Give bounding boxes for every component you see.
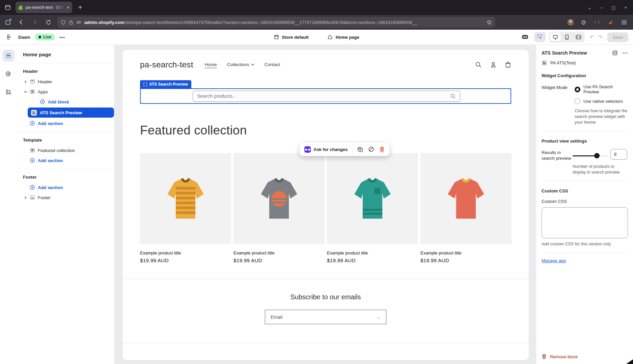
maximize-icon[interactable]: ▢ [611, 5, 615, 10]
nav-link-contact[interactable]: Contact [265, 62, 280, 68]
code-icon[interactable] [593, 18, 601, 27]
ats-widget-block[interactable]: ATS Search Preview Search products... As… [140, 80, 511, 104]
product-image [327, 153, 418, 244]
product-price: $19.99 AUD [420, 257, 512, 263]
app-name: PA ATS(Test) [550, 60, 576, 65]
theme-settings-gear-icon[interactable] [2, 68, 15, 80]
product-card[interactable]: Example product title $19.99 AUD [233, 153, 325, 263]
add-section-button-template[interactable]: Add section [17, 155, 114, 165]
sidebar-item-apps[interactable]: Apps [17, 87, 114, 97]
section-select-tool[interactable] [534, 32, 546, 42]
duplicate-icon[interactable] [357, 147, 363, 152]
sidebar-extension-icon[interactable] [3, 18, 12, 27]
radio-use-pa-search-preview[interactable]: Use PA Search Preview [575, 84, 628, 94]
nav-link-home[interactable]: Home [205, 62, 217, 68]
radio-unselected-icon[interactable] [575, 98, 580, 104]
manage-app-link[interactable]: Manage app [542, 258, 566, 263]
product-title[interactable]: Example product title [233, 244, 325, 257]
new-tab-button[interactable]: + [78, 4, 82, 11]
forward-icon[interactable] [30, 18, 39, 27]
featured-collection-title: Featured collection [140, 123, 511, 138]
redo-icon[interactable]: ↷ [598, 34, 602, 41]
results-label: Results in search preview [542, 149, 573, 161]
custom-css-textarea[interactable] [542, 207, 628, 238]
exit-editor-icon[interactable] [5, 33, 13, 41]
search-products-input[interactable]: Search products... [193, 91, 460, 102]
email-input[interactable]: Email → [265, 310, 386, 324]
stack-icon[interactable] [612, 50, 618, 56]
bookmark-star-icon[interactable] [487, 20, 492, 25]
mobile-view-button[interactable] [561, 33, 572, 41]
tab-list-chevron-icon[interactable]: ⌄ [588, 5, 591, 10]
app-embeds-rail-button[interactable] [2, 86, 15, 98]
slider-handle[interactable] [594, 153, 600, 158]
browser-account-avatar[interactable] [567, 19, 574, 26]
back-icon[interactable] [17, 18, 26, 27]
sections-rail-button[interactable] [2, 50, 15, 62]
results-slider[interactable] [573, 153, 608, 158]
page-selector[interactable]: Home page [328, 34, 359, 40]
group-label-header: Header [17, 67, 114, 77]
fullscreen-view-button[interactable] [573, 33, 584, 41]
custom-css-label: Custom CSS [542, 199, 628, 204]
colored-extension-icon[interactable] [606, 18, 615, 27]
shield-icon[interactable] [61, 20, 66, 25]
more-options-icon[interactable] [623, 52, 628, 54]
nav-link-collections[interactable]: Collections [227, 62, 254, 68]
add-block-button[interactable]: Add block [17, 97, 114, 107]
remove-block-button[interactable]: Remove block [542, 354, 578, 359]
product-title[interactable]: Example product title [327, 244, 418, 257]
submit-arrow-icon[interactable]: → [376, 314, 381, 320]
product-title[interactable]: Example product title [420, 244, 512, 257]
app-block-icon [31, 110, 37, 116]
minimize-icon[interactable]: – [600, 5, 603, 10]
search-icon[interactable] [475, 61, 482, 68]
radio-selected-icon[interactable] [575, 87, 580, 92]
inspector-icon[interactable] [519, 32, 531, 42]
chevron-right-icon [24, 80, 28, 84]
menu-hamburger-icon[interactable] [620, 18, 628, 27]
sidebar-item-footer-section[interactable]: Footer [17, 192, 114, 203]
sidebar-item-ats-search-preview-selected[interactable]: ATS Search Preview [28, 108, 114, 118]
product-card[interactable]: Example product title $19.99 AUD [140, 153, 231, 263]
url-bar[interactable]: admin.shopify.com/store/pa-search-test/t… [57, 17, 495, 28]
undo-icon[interactable]: ↶ [589, 34, 594, 41]
product-card[interactable]: Example product title $19.99 AUD [327, 153, 418, 263]
firefox-view-icon[interactable] [3, 2, 13, 12]
product-card[interactable]: Example product title $19.99 AUD [420, 153, 512, 263]
delete-trash-icon[interactable] [379, 147, 385, 152]
lock-icon[interactable] [69, 20, 73, 25]
device-preview-segment [549, 32, 585, 42]
save-button[interactable]: Save [607, 32, 628, 42]
radio-use-native-selectors[interactable]: Use native selectors [575, 98, 628, 104]
reload-icon[interactable] [44, 18, 53, 27]
featured-collection-section-icon [30, 148, 36, 153]
store-logo[interactable]: pa-search-test [140, 60, 193, 69]
permissions-icon[interactable] [76, 20, 81, 25]
add-section-button-header[interactable]: Add section [17, 118, 114, 128]
desktop-view-button[interactable] [550, 33, 561, 41]
tab-close-icon[interactable]: × [67, 5, 70, 10]
cursor [626, 359, 633, 364]
add-section-button-footer[interactable]: Add section [17, 182, 114, 192]
store-view-selector[interactable]: Store default [274, 34, 308, 40]
apps-section-icon [30, 89, 36, 94]
sidebar-item-header-section[interactable]: Header [17, 77, 114, 87]
product-image [420, 153, 512, 244]
sidebar-item-featured-collection[interactable]: Featured collection [17, 145, 114, 155]
hide-eye-icon[interactable] [368, 146, 374, 152]
close-window-icon[interactable]: × [624, 5, 627, 10]
theme-more-button[interactable]: ••• [59, 35, 65, 40]
results-number-input[interactable]: 8 [610, 149, 627, 160]
tshirt-plain-illustration [436, 172, 496, 225]
product-price: $19.99 AUD [327, 257, 418, 263]
divider [122, 343, 529, 343]
account-icon[interactable] [490, 61, 497, 68]
cart-bag-icon[interactable] [505, 61, 511, 68]
product-title[interactable]: Example product title [140, 244, 231, 257]
product-price: $19.99 AUD [233, 257, 325, 263]
browser-tab[interactable]: pa-search-test · Edit Dawn × [16, 2, 72, 13]
ask-for-changes-button[interactable]: Ask for changes [300, 143, 353, 156]
store-header: pa-search-test Home Collections Contact [122, 50, 529, 69]
extensions-puzzle-icon[interactable] [579, 18, 588, 27]
